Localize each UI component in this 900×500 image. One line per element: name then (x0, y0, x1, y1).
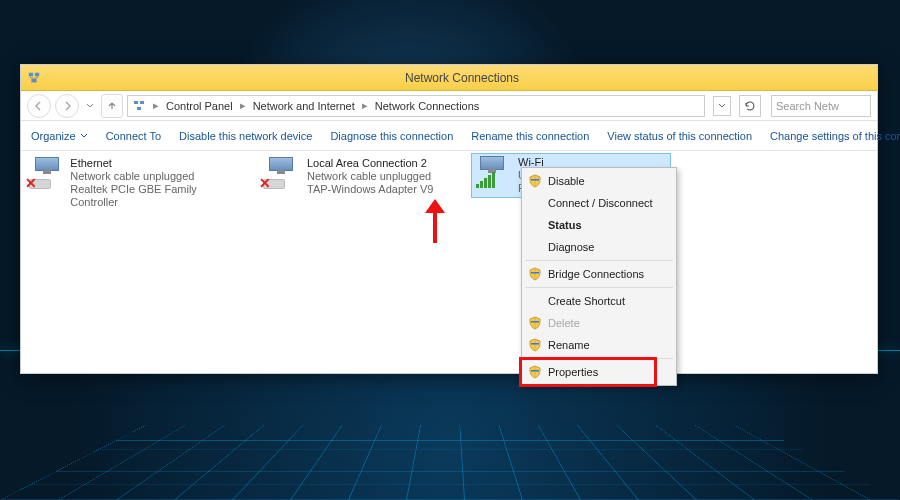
svg-rect-8 (531, 321, 539, 323)
svg-rect-10 (531, 370, 539, 372)
toolbar-view-status[interactable]: View status of this connection (607, 130, 752, 142)
chevron-right-icon[interactable]: ▸ (361, 99, 369, 112)
recent-locations-dropdown[interactable] (83, 95, 97, 117)
menu-item-rename[interactable]: Rename (524, 334, 674, 356)
menu-item-label: Properties (548, 366, 598, 378)
adapter-lan2[interactable]: ✕ Local Area Connection 2 Network cable … (261, 155, 471, 198)
toolbar-rename[interactable]: Rename this connection (471, 130, 589, 142)
breadcrumb-item[interactable]: Network and Internet (253, 100, 355, 112)
svg-rect-1 (35, 72, 39, 76)
chevron-right-icon[interactable]: ▸ (152, 99, 160, 112)
menu-separator (525, 358, 673, 359)
shield-icon (528, 240, 542, 254)
address-bar[interactable]: ▸ Control Panel ▸ Network and Internet ▸… (127, 95, 705, 117)
address-dropdown[interactable] (713, 96, 731, 116)
svg-rect-2 (31, 78, 36, 82)
shield-icon (528, 316, 542, 330)
breadcrumb-item[interactable]: Control Panel (166, 100, 233, 112)
menu-item-connect-disconnect[interactable]: Connect / Disconnect (524, 192, 674, 214)
content-area[interactable]: ✕ Ethernet Network cable unplugged Realt… (21, 151, 877, 373)
command-bar: Organize Connect To Disable this network… (21, 121, 877, 151)
titlebar[interactable]: Network Connections (21, 65, 877, 91)
network-adapter-icon: ✕ (29, 157, 64, 189)
menu-item-label: Rename (548, 339, 590, 351)
up-button[interactable] (101, 94, 123, 118)
toolbar-diagnose[interactable]: Diagnose this connection (330, 130, 453, 142)
toolbar-change-settings[interactable]: Change settings of this connection (770, 130, 900, 142)
svg-rect-7 (531, 272, 539, 274)
menu-item-label: Status (548, 219, 582, 231)
forward-button[interactable] (55, 94, 79, 118)
nav-bar: ▸ Control Panel ▸ Network and Internet ▸… (21, 91, 877, 121)
menu-item-diagnose[interactable]: Diagnose (524, 236, 674, 258)
shield-icon (528, 267, 542, 281)
toolbar-disable[interactable]: Disable this network device (179, 130, 312, 142)
shield-icon (528, 365, 542, 379)
adapter-ethernet[interactable]: ✕ Ethernet Network cable unplugged Realt… (27, 155, 237, 211)
shield-icon (528, 174, 542, 188)
search-placeholder: Search Netw (776, 100, 839, 112)
shield-icon (528, 196, 542, 210)
toolbar-connect-to[interactable]: Connect To (106, 130, 161, 142)
adapter-status: Network cable unplugged (307, 170, 433, 183)
wifi-signal-icon (476, 172, 495, 188)
search-input[interactable]: Search Netw (771, 95, 871, 117)
app-icon (27, 71, 41, 85)
menu-item-status[interactable]: Status (524, 214, 674, 236)
menu-item-label: Diagnose (548, 241, 594, 253)
adapter-name: Local Area Connection 2 (307, 157, 433, 170)
chevron-down-icon (80, 133, 88, 138)
svg-rect-9 (531, 343, 539, 345)
menu-item-label: Create Shortcut (548, 295, 625, 307)
shield-icon (528, 294, 542, 308)
menu-item-label: Connect / Disconnect (548, 197, 653, 209)
svg-rect-6 (531, 179, 539, 181)
svg-rect-4 (140, 101, 144, 104)
refresh-button[interactable] (739, 95, 761, 117)
unplugged-icon: ✕ (25, 175, 37, 191)
adapter-device: TAP-Windows Adapter V9 (307, 183, 433, 196)
adapter-device: Realtek PCIe GBE Family Controller (70, 183, 235, 209)
menu-item-label: Disable (548, 175, 585, 187)
adapter-name: Ethernet (70, 157, 235, 170)
menu-item-bridge-connections[interactable]: Bridge Connections (524, 263, 674, 285)
shield-icon (528, 218, 542, 232)
annotation-arrow (425, 199, 445, 243)
adapter-status: Network cable unplugged (70, 170, 235, 183)
unplugged-icon: ✕ (259, 175, 271, 191)
window-title: Network Connections (47, 71, 877, 85)
explorer-window: Network Connections ▸ Control Panel ▸ Ne… (20, 64, 878, 374)
network-adapter-icon: ✕ (263, 157, 301, 189)
menu-item-label: Bridge Connections (548, 268, 644, 280)
menu-item-properties[interactable]: Properties (524, 361, 674, 383)
wifi-adapter-icon (474, 156, 512, 188)
breadcrumb-item[interactable]: Network Connections (375, 100, 480, 112)
menu-item-create-shortcut[interactable]: Create Shortcut (524, 290, 674, 312)
menu-item-delete: Delete (524, 312, 674, 334)
back-button[interactable] (27, 94, 51, 118)
menu-separator (525, 287, 673, 288)
organize-label: Organize (31, 130, 76, 142)
context-menu: DisableConnect / DisconnectStatusDiagnos… (521, 167, 677, 386)
menu-item-label: Delete (548, 317, 580, 329)
background-grid (0, 425, 900, 500)
organize-menu[interactable]: Organize (31, 130, 88, 142)
svg-rect-5 (137, 107, 141, 110)
menu-item-disable[interactable]: Disable (524, 170, 674, 192)
menu-separator (525, 260, 673, 261)
address-icon (132, 99, 146, 113)
svg-rect-3 (134, 101, 138, 104)
svg-rect-0 (29, 72, 33, 76)
shield-icon (528, 338, 542, 352)
chevron-right-icon[interactable]: ▸ (239, 99, 247, 112)
